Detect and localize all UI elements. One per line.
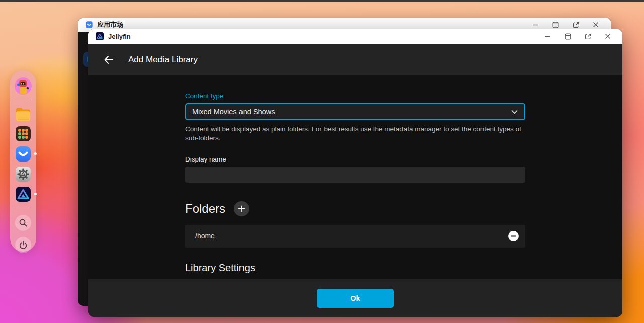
folder-path: /home xyxy=(195,232,508,240)
maximize-icon xyxy=(552,22,559,28)
close-button[interactable] xyxy=(604,33,611,40)
app-store[interactable] xyxy=(14,145,32,163)
avatar-robot-icon xyxy=(14,77,32,95)
jellyfin-window: Jellyfin Add Media Library Content xyxy=(88,29,622,317)
jellyfin-icon xyxy=(95,32,104,41)
plus-icon xyxy=(238,205,245,212)
window-title: 应用市场 xyxy=(97,20,123,29)
dialog-title: Add Media Library xyxy=(128,55,198,65)
dock-divider xyxy=(16,100,31,100)
screen-top-edge xyxy=(0,0,644,2)
dialog-footer: Ok xyxy=(88,279,622,317)
popout-button[interactable] xyxy=(584,33,591,40)
app-grid-icon xyxy=(14,125,32,143)
minus-icon xyxy=(511,233,516,239)
search-button[interactable] xyxy=(15,215,31,231)
running-indicator xyxy=(34,152,37,155)
dialog-header: Add Media Library xyxy=(88,44,622,75)
settings[interactable] xyxy=(14,165,32,183)
maximize-button[interactable] xyxy=(552,21,559,28)
close-button[interactable] xyxy=(592,21,599,28)
search-icon xyxy=(19,218,28,227)
display-name-input[interactable] xyxy=(185,167,525,183)
maximize-button[interactable] xyxy=(564,33,571,40)
gear-icon xyxy=(14,165,32,183)
user-avatar[interactable] xyxy=(14,77,32,95)
content-type-label: Content type xyxy=(185,92,525,100)
chevron-down-icon xyxy=(511,108,518,116)
dialog-content: Content type Mixed Movies and Shows Cont… xyxy=(88,75,622,279)
ok-button[interactable]: Ok xyxy=(317,289,394,308)
popout-icon xyxy=(573,22,579,28)
maximize-icon xyxy=(565,33,571,40)
folder-list-item[interactable]: /home xyxy=(185,225,525,248)
dock-divider xyxy=(16,208,31,208)
popout-button[interactable] xyxy=(572,21,579,28)
content-type-help: Content will be displayed as plain folde… xyxy=(185,125,525,143)
minimize-button[interactable] xyxy=(544,33,551,40)
back-button[interactable] xyxy=(102,53,115,66)
running-indicator xyxy=(34,193,37,195)
popout-icon xyxy=(585,33,591,40)
folders-heading: Folders xyxy=(185,202,225,216)
close-icon xyxy=(593,22,599,28)
app-launcher[interactable] xyxy=(14,125,32,143)
minimize-icon xyxy=(532,22,539,28)
app-store-icon xyxy=(14,145,32,163)
dock xyxy=(10,70,36,252)
file-manager[interactable] xyxy=(14,105,32,123)
app-store-icon xyxy=(85,21,93,29)
content-type-select[interactable]: Mixed Movies and Shows xyxy=(185,103,525,120)
jellyfin-icon xyxy=(14,185,32,203)
power-icon xyxy=(19,240,28,250)
content-type-value: Mixed Movies and Shows xyxy=(192,108,275,116)
library-settings-heading: Library Settings xyxy=(185,262,525,274)
jellyfin-titlebar[interactable]: Jellyfin xyxy=(88,29,622,44)
close-icon xyxy=(605,33,611,39)
add-folder-button[interactable] xyxy=(234,201,249,216)
window-title: Jellyfin xyxy=(108,33,131,40)
jellyfin[interactable] xyxy=(14,185,32,203)
display-name-label: Display name xyxy=(185,155,525,163)
power-button[interactable] xyxy=(15,237,31,253)
back-arrow-icon xyxy=(103,54,114,65)
minimize-icon xyxy=(544,33,551,40)
remove-folder-button[interactable] xyxy=(508,231,519,241)
minimize-button[interactable] xyxy=(532,21,539,28)
folder-icon xyxy=(14,105,32,123)
